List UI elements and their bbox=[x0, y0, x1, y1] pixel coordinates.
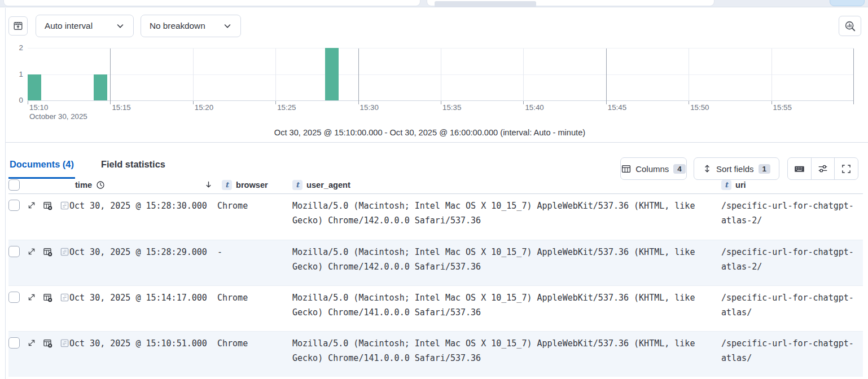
uri-column-label: uri bbox=[735, 180, 746, 190]
x-gridline bbox=[771, 49, 772, 101]
expand-row-icon[interactable] bbox=[27, 200, 36, 210]
x-tick-mark bbox=[358, 101, 359, 104]
keyboard-icon bbox=[794, 164, 805, 174]
x-axis-label: 15:30 bbox=[360, 103, 379, 112]
inspect-button[interactable] bbox=[839, 16, 861, 36]
row-checkbox[interactable] bbox=[8, 337, 20, 349]
cell-user-agent: Mozilla/5.0 (Macintosh; Intel Mac OS X 1… bbox=[288, 240, 716, 285]
cell-uri: /specific-url-for-chatgpt-atlas-2/ bbox=[716, 194, 860, 240]
x-tick-mark bbox=[606, 101, 607, 104]
section-divider bbox=[6, 142, 868, 143]
table-row: Oct 30, 2025 @ 15:28:30.000 Chrome Mozil… bbox=[8, 194, 863, 240]
x-axis-label: 15:15 bbox=[112, 103, 130, 112]
cell-uri: /specific-url-for-chatgpt-atlas/ bbox=[716, 332, 860, 377]
edit-visualization-icon bbox=[13, 21, 23, 31]
edit-visualization-button[interactable] bbox=[8, 16, 28, 36]
x-gridline bbox=[358, 49, 359, 104]
cell-uri: /specific-url-for-chatgpt-atlas-2/ bbox=[716, 240, 860, 285]
query-bar-remnant bbox=[0, 0, 868, 7]
doc-viewer-icon bbox=[60, 338, 69, 348]
sort-icon bbox=[703, 164, 712, 173]
cell-browser: Chrome bbox=[217, 194, 288, 240]
cell-user-agent: Mozilla/5.0 (Macintosh; Intel Mac OS X 1… bbox=[288, 286, 716, 331]
select-all-checkbox[interactable] bbox=[8, 179, 20, 191]
cell-user-agent: Mozilla/5.0 (Macintosh; Intel Mac OS X 1… bbox=[288, 332, 716, 377]
x-tick-mark bbox=[110, 101, 111, 104]
x-axis-label: 15:10 bbox=[29, 103, 48, 112]
histogram-chart: 01215:1015:1515:2015:2515:3015:3515:4015… bbox=[28, 49, 854, 101]
expand-row-icon[interactable] bbox=[27, 292, 36, 302]
breakdown-dropdown[interactable]: No breakdown bbox=[141, 15, 241, 37]
cell-browser: Chrome bbox=[217, 286, 288, 331]
sort-fields-button-label: Sort fields bbox=[716, 164, 754, 174]
cell-time: Oct 30, 2025 @ 15:28:30.000 bbox=[69, 194, 217, 240]
column-header-user-agent[interactable]: t user_agent bbox=[288, 180, 716, 190]
fullscreen-icon bbox=[841, 164, 851, 174]
user-agent-column-label: user_agent bbox=[306, 180, 350, 190]
row-checkbox[interactable] bbox=[8, 292, 20, 303]
x-gridline bbox=[441, 49, 441, 101]
sort-fields-count-badge: 1 bbox=[759, 164, 771, 174]
doc-viewer-icon bbox=[60, 200, 69, 210]
table-columns-icon bbox=[621, 164, 631, 174]
browser-column-label: browser bbox=[236, 180, 268, 190]
chevron-down-icon bbox=[116, 21, 125, 30]
x-domain-end-line bbox=[853, 49, 854, 104]
x-axis-date-label: October 30, 2025 bbox=[29, 112, 87, 121]
table-row: Oct 30, 2025 @ 15:10:51.000 Chrome Mozil… bbox=[8, 331, 863, 377]
cell-uri: /specific-url-for-chatgpt-atlas/ bbox=[716, 286, 860, 331]
expand-row-icon[interactable] bbox=[27, 246, 36, 257]
x-tick-mark bbox=[523, 101, 524, 104]
histogram-bar[interactable] bbox=[94, 74, 107, 101]
x-tick-mark bbox=[193, 101, 194, 104]
tab-documents[interactable]: Documents (4) bbox=[8, 153, 75, 179]
sliders-icon bbox=[818, 164, 828, 174]
column-header-uri[interactable]: t uri bbox=[716, 180, 860, 190]
column-header-time[interactable]: time bbox=[69, 180, 217, 190]
breakdown-dropdown-label: No breakdown bbox=[150, 21, 205, 31]
x-axis-label: 15:40 bbox=[525, 103, 543, 112]
histogram-bar[interactable] bbox=[28, 74, 41, 101]
expand-row-icon[interactable] bbox=[27, 338, 36, 348]
cell-time: Oct 30, 2025 @ 15:28:29.000 bbox=[69, 240, 217, 285]
table-body: Oct 30, 2025 @ 15:28:30.000 Chrome Mozil… bbox=[8, 194, 863, 377]
degraded-doc-quality-icon[interactable] bbox=[43, 200, 52, 210]
x-axis-label: 15:45 bbox=[608, 103, 626, 112]
tab-field-statistics[interactable]: Field statistics bbox=[100, 153, 166, 177]
x-gridline bbox=[523, 49, 524, 101]
degraded-doc-quality-icon[interactable] bbox=[43, 292, 52, 302]
x-gridline bbox=[689, 49, 689, 101]
inspect-icon bbox=[844, 20, 856, 32]
columns-button-label: Columns bbox=[635, 164, 669, 174]
query-input[interactable] bbox=[3, 0, 420, 6]
interval-dropdown[interactable]: Auto interval bbox=[36, 15, 134, 37]
cell-browser: Chrome bbox=[217, 332, 288, 377]
histogram-bar[interactable] bbox=[325, 48, 339, 100]
doc-viewer-icon bbox=[60, 292, 69, 302]
x-gridline bbox=[606, 49, 607, 104]
column-header-browser[interactable]: t browser bbox=[217, 180, 288, 190]
x-axis-label: 15:20 bbox=[195, 103, 213, 112]
y-axis-label: 1 bbox=[8, 70, 23, 78]
table-row: Oct 30, 2025 @ 15:28:29.000 - Mozilla/5.… bbox=[8, 240, 863, 285]
x-gridline bbox=[193, 49, 194, 101]
row-checkbox[interactable] bbox=[8, 246, 20, 257]
update-button[interactable] bbox=[830, 0, 865, 6]
row-checkbox[interactable] bbox=[8, 200, 20, 211]
x-axis-label: 15:55 bbox=[773, 103, 792, 112]
cell-time: Oct 30, 2025 @ 15:14:17.000 bbox=[69, 286, 217, 331]
time-column-label: time bbox=[75, 180, 92, 190]
string-type-icon: t bbox=[222, 180, 232, 190]
degraded-doc-quality-icon[interactable] bbox=[43, 246, 52, 257]
x-tick-mark bbox=[441, 101, 441, 104]
table-header: time t browser t user_agent t uri bbox=[8, 176, 863, 194]
clock-icon bbox=[96, 180, 105, 190]
degraded-doc-quality-icon[interactable] bbox=[43, 338, 52, 348]
x-gridline bbox=[110, 49, 111, 104]
x-tick-mark bbox=[689, 101, 689, 104]
sort-desc-icon[interactable] bbox=[204, 180, 213, 189]
table-row: Oct 30, 2025 @ 15:14:17.000 Chrome Mozil… bbox=[8, 285, 863, 331]
doc-viewer-icon bbox=[60, 246, 69, 257]
date-quick-select[interactable] bbox=[435, 1, 536, 7]
histogram-caption: Oct 30, 2025 @ 15:10:00.000 - Oct 30, 20… bbox=[6, 128, 854, 137]
